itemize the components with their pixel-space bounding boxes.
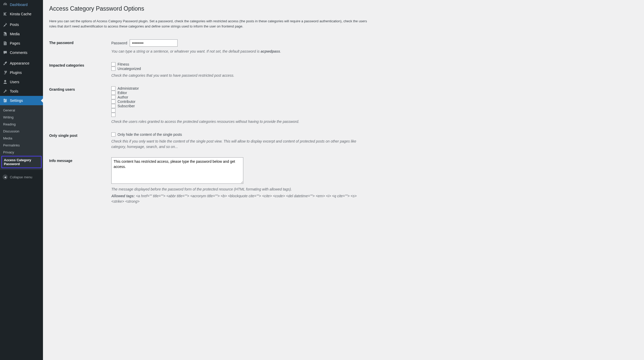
- svg-rect-4: [6, 100, 6, 101]
- sidebar-item-comments[interactable]: Comments: [0, 48, 43, 57]
- submenu-item-privacy[interactable]: Privacy: [0, 149, 43, 156]
- wrench-icon: [3, 89, 8, 94]
- sidebar-item-appearance[interactable]: Appearance: [0, 59, 43, 68]
- dashboard-icon: [3, 2, 8, 7]
- submenu-item-reading[interactable]: Reading: [0, 121, 43, 128]
- sidebar-item-label: Kinsta Cache: [10, 12, 31, 16]
- svg-rect-3: [4, 99, 5, 100]
- collapse-menu-button[interactable]: ◄ Collapse menu: [0, 172, 43, 182]
- sidebar-item-label: Dashboard: [10, 3, 28, 7]
- info-description: The message displayed before the passwor…: [111, 187, 365, 192]
- only-single-checkbox[interactable]: [111, 132, 115, 137]
- submenu-item-access-category-password[interactable]: Access Category Password: [2, 157, 41, 167]
- sidebar-item-label: Comments: [10, 51, 27, 55]
- sliders-icon: [3, 98, 8, 103]
- sidebar-item-dashboard[interactable]: Dashboard: [0, 0, 43, 9]
- info-message-textarea[interactable]: [111, 157, 243, 184]
- single-description: Check this if you only want to hide the …: [111, 139, 365, 150]
- category-row: Uncategorized: [111, 67, 365, 71]
- page-icon: [3, 41, 8, 46]
- role-label: Editor: [118, 91, 127, 95]
- media-icon: [3, 31, 8, 37]
- sidebar-item-label: Posts: [10, 23, 19, 27]
- role-checkbox[interactable]: [111, 108, 115, 112]
- role-row: Contributor: [111, 100, 365, 104]
- role-checkbox-author[interactable]: [111, 95, 115, 99]
- svg-rect-5: [5, 101, 5, 102]
- row-heading-granting: Granting users: [49, 82, 109, 128]
- role-label: Contributor: [118, 100, 135, 104]
- main-content: Access Category Password Options Here yo…: [43, 0, 374, 360]
- intro-text: Here you can set the options of Access C…: [49, 19, 368, 29]
- submenu-current-highlight: Access Category Password: [1, 156, 42, 168]
- sidebar-item-pages[interactable]: Pages: [0, 39, 43, 48]
- password-description: You can type a string or a sentence, or …: [111, 49, 365, 54]
- role-row: Subscriber: [111, 104, 365, 108]
- allowed-tags: Allowed tags: <a href="" title=""> <abbr…: [111, 193, 365, 204]
- category-label: Uncategorized: [118, 67, 141, 71]
- role-label: Subscriber: [118, 104, 135, 108]
- sidebar-item-label: Plugins: [10, 70, 22, 75]
- role-label: Administrator: [118, 86, 139, 90]
- sidebar-item-label: Appearance: [10, 61, 30, 65]
- role-label: Author: [118, 95, 128, 99]
- comment-icon: [3, 50, 8, 55]
- brush-icon: [3, 61, 8, 66]
- sidebar-item-tools[interactable]: Tools: [0, 87, 43, 96]
- sidebar-item-kinsta-cache[interactable]: Kinsta Cache: [0, 9, 43, 19]
- category-row: Fitness: [111, 62, 365, 66]
- submenu-item-writing[interactable]: Writing: [0, 114, 43, 121]
- category-checkbox-uncategorized[interactable]: [111, 67, 115, 71]
- collapse-icon: ◄: [3, 174, 8, 180]
- role-checkbox-contributor[interactable]: [111, 100, 115, 104]
- kinsta-icon: [3, 11, 8, 17]
- row-heading-info: Info message: [49, 153, 109, 208]
- role-checkbox-administrator[interactable]: [111, 86, 115, 90]
- sidebar-item-settings[interactable]: Settings: [0, 96, 43, 105]
- page-title: Access Category Password Options: [49, 5, 368, 12]
- role-checkbox[interactable]: [111, 113, 115, 117]
- sidebar-item-label: Pages: [10, 41, 20, 45]
- submenu-item-permalinks[interactable]: Permalinks: [0, 142, 43, 149]
- sidebar-item-label: Media: [10, 32, 20, 36]
- sidebar-item-plugins[interactable]: Plugins: [0, 68, 43, 77]
- password-input[interactable]: [130, 39, 178, 47]
- collapse-menu-label: Collapse menu: [10, 175, 32, 179]
- role-row: Author: [111, 95, 365, 99]
- sidebar-item-label: Settings: [10, 98, 23, 103]
- sidebar-item-users[interactable]: Users: [0, 77, 43, 87]
- submenu-item-media[interactable]: Media: [0, 135, 43, 142]
- granting-description: Check the users roles granted to access …: [111, 119, 365, 124]
- sidebar-item-posts[interactable]: Posts: [0, 20, 43, 29]
- svg-rect-1: [4, 100, 7, 101]
- settings-form: The password Password You can type a str…: [49, 36, 368, 208]
- submenu-item-discussion[interactable]: Discussion: [0, 128, 43, 135]
- role-row: Editor: [111, 91, 365, 95]
- role-checkbox-editor[interactable]: [111, 91, 115, 95]
- category-label: Fitness: [118, 62, 129, 66]
- role-row: Administrator: [111, 86, 365, 90]
- only-single-label: Only hide the content of the single post…: [118, 132, 182, 137]
- row-heading-password: The password: [49, 36, 109, 58]
- row-heading-single: Only single post: [49, 128, 109, 153]
- role-row: [111, 113, 365, 117]
- plug-icon: [3, 70, 8, 75]
- role-row: [111, 108, 365, 112]
- category-checkbox-fitness[interactable]: [111, 62, 115, 66]
- row-heading-categories: Impacted categories: [49, 58, 109, 82]
- categories-description: Check the categories that you want to ha…: [111, 73, 365, 78]
- pin-icon: [3, 22, 8, 27]
- sidebar-item-label: Users: [10, 80, 19, 84]
- submenu-item-general[interactable]: General: [0, 107, 43, 114]
- sidebar-item-label: Tools: [10, 89, 18, 93]
- sidebar-item-media[interactable]: Media: [0, 29, 43, 39]
- user-icon: [3, 79, 8, 84]
- password-label: Password: [111, 41, 127, 45]
- role-checkbox-subscriber[interactable]: [111, 104, 115, 108]
- settings-submenu: GeneralWritingReadingDiscussionMediaPerm…: [0, 105, 43, 170]
- admin-sidebar: DashboardKinsta Cache PostsMediaPagesCom…: [0, 0, 43, 360]
